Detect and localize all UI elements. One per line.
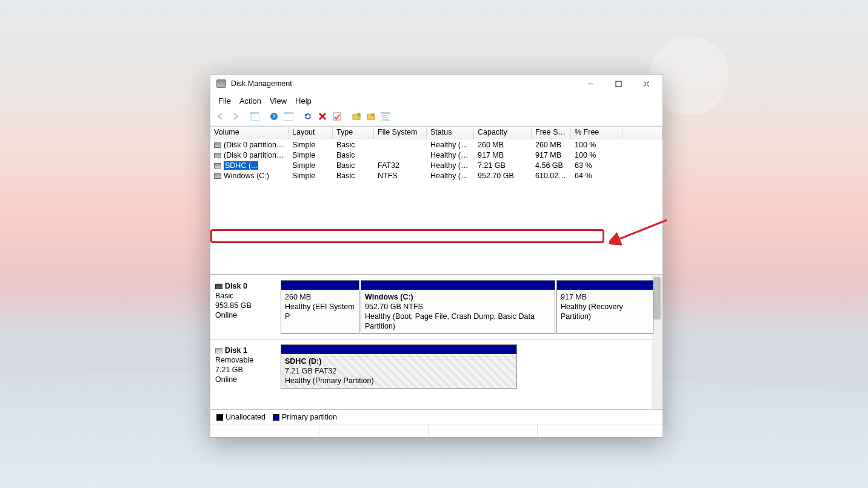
col-type[interactable]: Type xyxy=(333,127,374,139)
partitions: 260 MBHealthy (EFI System PWindows (C:)9… xyxy=(281,280,659,334)
cell-pctfree: 100 % xyxy=(571,151,623,159)
menu-file[interactable]: File xyxy=(214,94,235,108)
partition-stripe xyxy=(281,281,359,290)
col-status[interactable]: Status xyxy=(427,127,474,139)
legend-unallocated: Unallocated xyxy=(216,413,265,421)
swatch-unallocated-icon xyxy=(216,414,223,421)
svg-rect-3 xyxy=(250,114,252,121)
cell-layout: Simple xyxy=(289,151,333,159)
menu-view[interactable]: View xyxy=(265,94,291,108)
partition[interactable]: 917 MBHealthy (Recovery Partition) xyxy=(556,280,653,334)
cell-capacity: 917 MB xyxy=(474,151,532,159)
toolbar-folder-new[interactable] xyxy=(350,110,363,122)
toolbar-settings[interactable] xyxy=(282,110,295,122)
drive-icon xyxy=(214,153,221,158)
toolbar-refresh[interactable] xyxy=(301,110,315,122)
partition-stripe xyxy=(557,281,653,290)
col-filesystem[interactable]: File System xyxy=(374,127,427,139)
titlebar[interactable]: Disk Management xyxy=(210,75,663,93)
svg-rect-0 xyxy=(616,81,621,87)
partition-name: SDHC (D:) xyxy=(285,356,513,366)
toolbar-help[interactable]: ? xyxy=(267,110,281,122)
toolbar-show-hide-tree[interactable] xyxy=(248,110,261,122)
drive-icon xyxy=(214,163,221,169)
disk-state: Online xyxy=(215,310,279,320)
disk-state: Online xyxy=(215,375,279,384)
volume-name: (Disk 0 partition 1) xyxy=(224,141,285,149)
cell-free: 260 MB xyxy=(532,141,571,149)
toolbar-folder-key[interactable] xyxy=(364,110,378,122)
minimize-button[interactable] xyxy=(576,75,604,93)
toolbar: ? xyxy=(210,109,663,126)
cell-status: Healthy (B... xyxy=(427,172,474,180)
svg-text:?: ? xyxy=(272,113,276,119)
disk-block-disk1: Disk 1Removable7.21 GBOnlineSDHC (D:)7.2… xyxy=(210,339,663,393)
volume-name: SDHC (... xyxy=(224,161,258,170)
cell-pctfree: 100 % xyxy=(571,141,623,149)
volume-row[interactable]: Windows (C:)SimpleBasicNTFSHealthy (B...… xyxy=(210,170,663,181)
col-capacity[interactable]: Capacity xyxy=(474,127,532,139)
partition-size: 952.70 GB NTFS xyxy=(365,302,551,312)
cell-capacity: 952.70 GB xyxy=(474,172,532,180)
disk-icon xyxy=(215,348,222,353)
partition-status: Healthy (Boot, Page File, Crash Dump, Ba… xyxy=(365,312,551,331)
partition-size: 260 MB xyxy=(285,292,355,302)
maximize-button[interactable] xyxy=(604,75,632,93)
partition-stripe xyxy=(361,281,555,290)
cell-free: 4.56 GB xyxy=(532,161,571,170)
cell-pctfree: 64 % xyxy=(571,172,623,180)
partition[interactable]: 260 MBHealthy (EFI System P xyxy=(281,280,359,334)
cell-layout: Simple xyxy=(289,141,333,149)
cell-fs: NTFS xyxy=(374,172,427,180)
cell-pctfree: 63 % xyxy=(571,161,623,170)
col-spacer xyxy=(623,127,663,139)
swatch-primary-icon xyxy=(273,414,279,421)
partitions: SDHC (D:)7.21 GB FAT32Healthy (Primary P… xyxy=(281,344,659,389)
disk-name: Disk 0 xyxy=(225,282,247,290)
disk-block-disk0: Disk 0Basic953.85 GBOnline260 MBHealthy … xyxy=(210,275,663,339)
cell-free: 917 MB xyxy=(532,151,571,159)
col-volume[interactable]: Volume xyxy=(210,127,289,139)
partition-name: Windows (C:) xyxy=(365,292,551,302)
cell-capacity: 7.21 GB xyxy=(474,161,532,170)
svg-rect-8 xyxy=(333,113,341,120)
partition[interactable]: Windows (C:)952.70 GB NTFSHealthy (Boot,… xyxy=(361,280,555,334)
disk-kind: Basic xyxy=(215,291,279,301)
disk-kind: Removable xyxy=(215,355,279,365)
col-layout[interactable]: Layout xyxy=(289,127,333,139)
toolbar-properties[interactable] xyxy=(330,110,344,122)
disk-info: Disk 1Removable7.21 GBOnline xyxy=(214,344,281,389)
volume-row[interactable]: (Disk 0 partition 4)SimpleBasicHealthy (… xyxy=(210,150,663,160)
toolbar-back xyxy=(214,110,227,122)
col-freespace[interactable]: Free Sp... xyxy=(532,127,571,139)
toolbar-forward xyxy=(229,110,242,122)
svg-point-10 xyxy=(357,113,361,116)
svg-rect-14 xyxy=(381,112,390,114)
svg-rect-2 xyxy=(250,112,259,114)
volume-name: Windows (C:) xyxy=(224,172,269,180)
disk-icon xyxy=(215,284,222,289)
toolbar-delete[interactable] xyxy=(316,110,329,122)
partition-status: Healthy (EFI System P xyxy=(285,302,355,321)
cell-type: Basic xyxy=(333,161,374,170)
volume-list: Volume Layout Type File System Status Ca… xyxy=(210,126,663,275)
cell-layout: Simple xyxy=(289,172,333,180)
cell-type: Basic xyxy=(333,141,374,149)
statusbar xyxy=(210,424,663,437)
volume-row[interactable]: SDHC (...SimpleBasicFAT32Healthy (P...7.… xyxy=(210,160,663,170)
col-pctfree[interactable]: % Free xyxy=(571,127,623,139)
volume-list-header: Volume Layout Type File System Status Ca… xyxy=(210,126,663,139)
partition[interactable]: SDHC (D:)7.21 GB FAT32Healthy (Primary P… xyxy=(281,344,517,389)
menu-action[interactable]: Action xyxy=(235,94,265,108)
partition-size: 917 MB xyxy=(561,292,649,302)
partition-status: Healthy (Primary Partition) xyxy=(285,376,513,386)
cell-status: Healthy (R... xyxy=(427,151,474,159)
cell-status: Healthy (P... xyxy=(427,161,474,170)
menu-help[interactable]: Help xyxy=(291,94,316,108)
svg-point-12 xyxy=(372,113,374,116)
close-button[interactable] xyxy=(632,75,660,93)
svg-rect-7 xyxy=(284,112,293,114)
toolbar-list-view[interactable] xyxy=(379,110,392,122)
legend: Unallocated Primary partition xyxy=(210,409,663,424)
volume-row[interactable]: (Disk 0 partition 1)SimpleBasicHealthy (… xyxy=(210,139,663,150)
